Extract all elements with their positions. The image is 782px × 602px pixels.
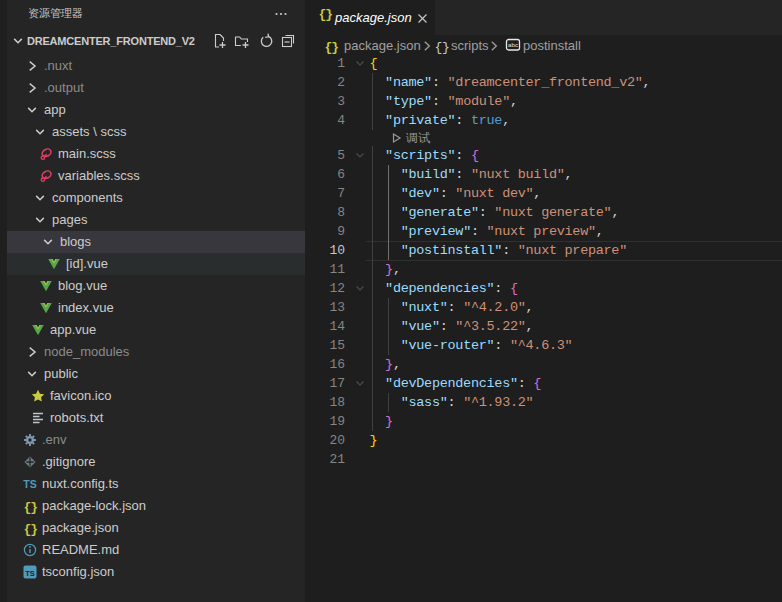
svg-text:TS: TS — [25, 569, 35, 578]
svg-text:abc: abc — [508, 42, 518, 48]
svg-text:}: } — [30, 522, 38, 536]
svg-text:}: } — [442, 40, 449, 54]
svg-text:}: } — [325, 7, 333, 21]
svg-text:}: } — [331, 40, 339, 54]
svg-text:}: } — [30, 500, 38, 514]
svg-text:TS: TS — [23, 478, 36, 490]
